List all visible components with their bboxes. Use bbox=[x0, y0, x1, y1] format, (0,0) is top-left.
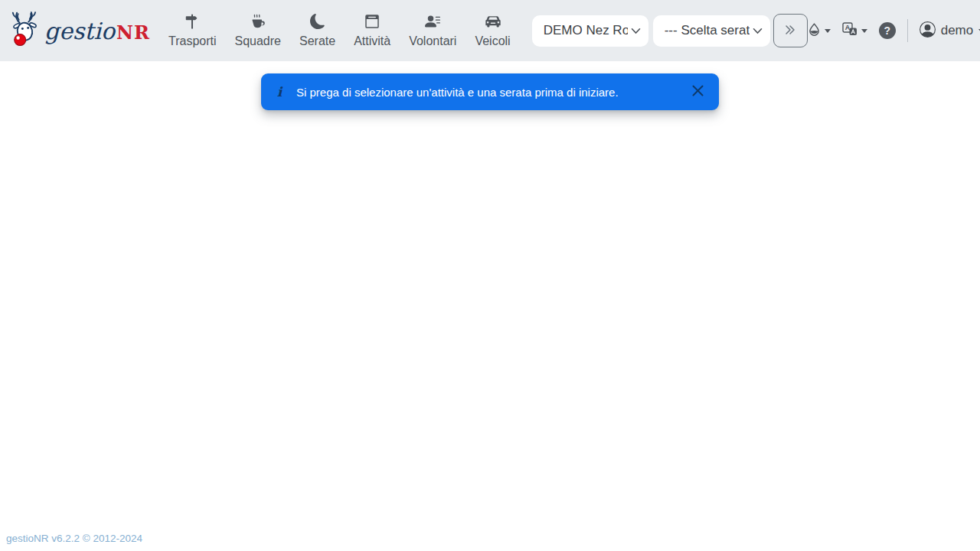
double-chevron-right-icon bbox=[783, 24, 797, 37]
brand-name: gestio NR bbox=[44, 18, 150, 44]
nav-item-squadre[interactable]: Squadre bbox=[226, 14, 291, 48]
brand-name-suffix: NR bbox=[116, 21, 150, 44]
reindeer-logo-icon bbox=[9, 11, 41, 51]
toast-close-button[interactable] bbox=[691, 83, 705, 101]
main-nav: Trasporti Squadre S bbox=[159, 14, 520, 48]
info-icon: i bbox=[273, 84, 286, 99]
top-navbar: gestio NR Trasporti bbox=[0, 0, 980, 61]
nav-item-trasporti[interactable]: Trasporti bbox=[159, 14, 226, 48]
help-button[interactable]: ? bbox=[879, 22, 896, 39]
vertical-divider bbox=[907, 19, 908, 42]
go-button[interactable] bbox=[773, 14, 808, 47]
calendar-icon bbox=[364, 14, 380, 29]
nav-item-serate[interactable]: Serate bbox=[290, 14, 345, 48]
footer-version-link[interactable]: gestioNR v6.2.2 © 2012-2024 bbox=[6, 533, 142, 544]
caret-down-icon bbox=[825, 29, 831, 33]
chevron-down-icon bbox=[631, 28, 641, 34]
signpost-icon bbox=[185, 14, 200, 29]
theme-menu[interactable] bbox=[808, 23, 831, 39]
evening-select[interactable]: --- Scelta serata --- bbox=[653, 15, 770, 47]
caret-down-icon bbox=[861, 29, 867, 33]
question-mark-icon: ? bbox=[884, 24, 890, 37]
moon-icon bbox=[310, 14, 325, 29]
toast-message: Si prega di selezionare un'attività e un… bbox=[296, 86, 683, 99]
car-front-icon bbox=[485, 14, 501, 29]
language-menu[interactable]: A bbox=[842, 22, 867, 39]
person-circle-icon bbox=[920, 21, 936, 41]
nav-label: Attività bbox=[354, 34, 390, 48]
translate-icon: A bbox=[842, 22, 858, 39]
info-toast: i Si prega di selezionare un'attività e … bbox=[261, 73, 719, 110]
nav-label: Volontari bbox=[409, 34, 456, 48]
nav-item-veicoli[interactable]: Veicoli bbox=[466, 14, 519, 48]
nav-label: Veicoli bbox=[475, 34, 510, 48]
navbar-right-cluster: A ? demo bbox=[808, 19, 980, 42]
activity-select-value: DEMO Nez Rouge bbox=[544, 23, 628, 38]
nav-label: Squadre bbox=[235, 34, 282, 48]
nav-item-attivita[interactable]: Attività bbox=[345, 14, 400, 48]
droplet-half-icon bbox=[808, 23, 821, 39]
user-menu[interactable]: demo bbox=[920, 21, 980, 41]
person-lines-icon bbox=[425, 14, 440, 29]
chevron-down-icon bbox=[753, 28, 763, 34]
username-label: demo bbox=[941, 23, 974, 38]
activity-select[interactable]: DEMO Nez Rouge bbox=[532, 15, 648, 47]
close-icon bbox=[691, 83, 705, 101]
mug-hot-icon bbox=[250, 14, 266, 29]
nav-label: Trasporti bbox=[168, 34, 217, 48]
nav-item-volontari[interactable]: Volontari bbox=[400, 14, 466, 48]
nav-label: Serate bbox=[299, 34, 335, 48]
evening-select-value: --- Scelta serata --- bbox=[665, 23, 750, 38]
brand-name-prefix: gestio bbox=[44, 18, 115, 44]
brand-logo[interactable]: gestio NR bbox=[9, 11, 150, 51]
